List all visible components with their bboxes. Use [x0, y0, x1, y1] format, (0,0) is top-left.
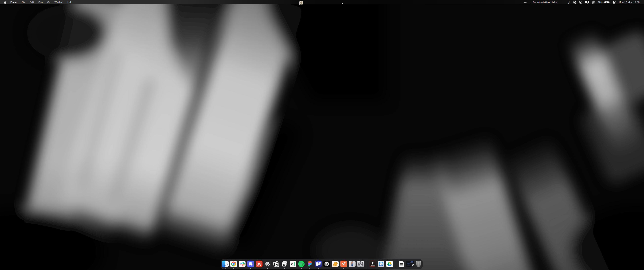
svg-text:10: 10 — [282, 263, 286, 266]
svg-text:g: g — [291, 262, 294, 266]
svg-text:raycast: raycast — [371, 265, 375, 266]
svg-text:N: N — [276, 263, 278, 266]
svg-text:11: 11 — [412, 265, 413, 266]
